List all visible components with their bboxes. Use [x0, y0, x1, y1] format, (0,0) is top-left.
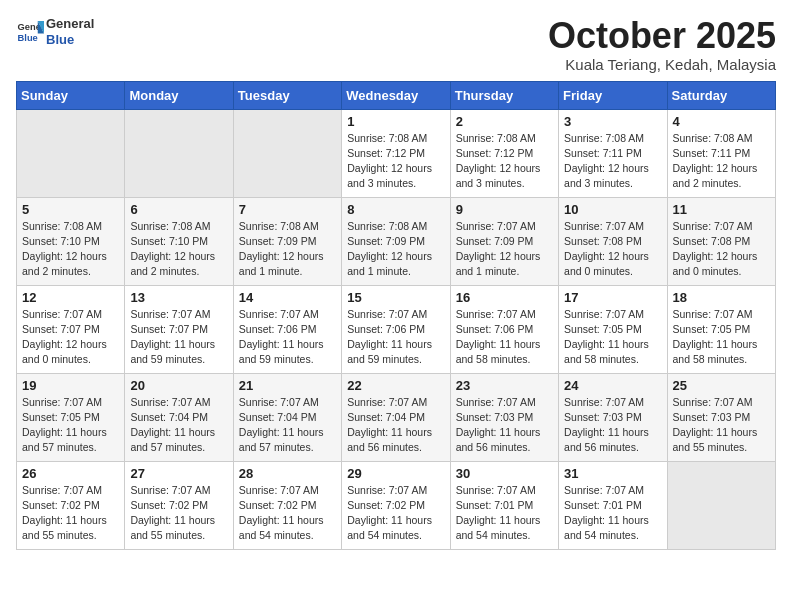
day-info: Sunrise: 7:07 AM Sunset: 7:02 PM Dayligh… — [130, 483, 227, 544]
day-info: Sunrise: 7:08 AM Sunset: 7:10 PM Dayligh… — [22, 219, 119, 280]
weekday-header-saturday: Saturday — [667, 81, 775, 109]
day-number: 14 — [239, 290, 336, 305]
calendar-cell: 15Sunrise: 7:07 AM Sunset: 7:06 PM Dayli… — [342, 285, 450, 373]
calendar-cell: 19Sunrise: 7:07 AM Sunset: 7:05 PM Dayli… — [17, 373, 125, 461]
day-info: Sunrise: 7:07 AM Sunset: 7:03 PM Dayligh… — [456, 395, 553, 456]
day-info: Sunrise: 7:08 AM Sunset: 7:11 PM Dayligh… — [673, 131, 770, 192]
day-info: Sunrise: 7:07 AM Sunset: 7:02 PM Dayligh… — [239, 483, 336, 544]
day-info: Sunrise: 7:07 AM Sunset: 7:04 PM Dayligh… — [130, 395, 227, 456]
calendar-cell: 4Sunrise: 7:08 AM Sunset: 7:11 PM Daylig… — [667, 109, 775, 197]
day-number: 23 — [456, 378, 553, 393]
day-info: Sunrise: 7:07 AM Sunset: 7:02 PM Dayligh… — [22, 483, 119, 544]
day-number: 4 — [673, 114, 770, 129]
calendar-cell: 20Sunrise: 7:07 AM Sunset: 7:04 PM Dayli… — [125, 373, 233, 461]
calendar-cell — [233, 109, 341, 197]
day-info: Sunrise: 7:07 AM Sunset: 7:06 PM Dayligh… — [456, 307, 553, 368]
day-number: 25 — [673, 378, 770, 393]
day-number: 28 — [239, 466, 336, 481]
day-info: Sunrise: 7:07 AM Sunset: 7:07 PM Dayligh… — [22, 307, 119, 368]
calendar-cell: 17Sunrise: 7:07 AM Sunset: 7:05 PM Dayli… — [559, 285, 667, 373]
month-title: October 2025 — [548, 16, 776, 56]
calendar-cell — [667, 461, 775, 549]
day-number: 11 — [673, 202, 770, 217]
calendar-table: SundayMondayTuesdayWednesdayThursdayFrid… — [16, 81, 776, 550]
page-header: General Blue General Blue October 2025 K… — [16, 16, 776, 73]
day-number: 16 — [456, 290, 553, 305]
week-row-5: 26Sunrise: 7:07 AM Sunset: 7:02 PM Dayli… — [17, 461, 776, 549]
day-number: 24 — [564, 378, 661, 393]
day-number: 26 — [22, 466, 119, 481]
day-info: Sunrise: 7:07 AM Sunset: 7:05 PM Dayligh… — [22, 395, 119, 456]
day-number: 10 — [564, 202, 661, 217]
day-info: Sunrise: 7:07 AM Sunset: 7:06 PM Dayligh… — [239, 307, 336, 368]
day-number: 30 — [456, 466, 553, 481]
weekday-header-thursday: Thursday — [450, 81, 558, 109]
calendar-cell: 16Sunrise: 7:07 AM Sunset: 7:06 PM Dayli… — [450, 285, 558, 373]
calendar-cell: 6Sunrise: 7:08 AM Sunset: 7:10 PM Daylig… — [125, 197, 233, 285]
day-number: 12 — [22, 290, 119, 305]
calendar-cell: 23Sunrise: 7:07 AM Sunset: 7:03 PM Dayli… — [450, 373, 558, 461]
calendar-cell: 11Sunrise: 7:07 AM Sunset: 7:08 PM Dayli… — [667, 197, 775, 285]
day-number: 5 — [22, 202, 119, 217]
day-info: Sunrise: 7:07 AM Sunset: 7:08 PM Dayligh… — [564, 219, 661, 280]
calendar-cell: 21Sunrise: 7:07 AM Sunset: 7:04 PM Dayli… — [233, 373, 341, 461]
day-number: 29 — [347, 466, 444, 481]
day-number: 3 — [564, 114, 661, 129]
day-number: 20 — [130, 378, 227, 393]
logo-icon: General Blue — [16, 18, 44, 46]
calendar-cell: 7Sunrise: 7:08 AM Sunset: 7:09 PM Daylig… — [233, 197, 341, 285]
weekday-header-wednesday: Wednesday — [342, 81, 450, 109]
day-number: 9 — [456, 202, 553, 217]
day-info: Sunrise: 7:08 AM Sunset: 7:09 PM Dayligh… — [239, 219, 336, 280]
day-info: Sunrise: 7:07 AM Sunset: 7:03 PM Dayligh… — [564, 395, 661, 456]
day-info: Sunrise: 7:07 AM Sunset: 7:04 PM Dayligh… — [239, 395, 336, 456]
week-row-3: 12Sunrise: 7:07 AM Sunset: 7:07 PM Dayli… — [17, 285, 776, 373]
day-number: 22 — [347, 378, 444, 393]
weekday-header-friday: Friday — [559, 81, 667, 109]
logo-blue-text: Blue — [46, 32, 74, 47]
calendar-cell: 27Sunrise: 7:07 AM Sunset: 7:02 PM Dayli… — [125, 461, 233, 549]
location-subtitle: Kuala Teriang, Kedah, Malaysia — [548, 56, 776, 73]
day-number: 31 — [564, 466, 661, 481]
calendar-cell: 18Sunrise: 7:07 AM Sunset: 7:05 PM Dayli… — [667, 285, 775, 373]
calendar-cell: 1Sunrise: 7:08 AM Sunset: 7:12 PM Daylig… — [342, 109, 450, 197]
calendar-cell: 30Sunrise: 7:07 AM Sunset: 7:01 PM Dayli… — [450, 461, 558, 549]
day-info: Sunrise: 7:07 AM Sunset: 7:01 PM Dayligh… — [564, 483, 661, 544]
day-number: 18 — [673, 290, 770, 305]
day-info: Sunrise: 7:08 AM Sunset: 7:12 PM Dayligh… — [456, 131, 553, 192]
day-info: Sunrise: 7:07 AM Sunset: 7:04 PM Dayligh… — [347, 395, 444, 456]
calendar-cell: 22Sunrise: 7:07 AM Sunset: 7:04 PM Dayli… — [342, 373, 450, 461]
day-info: Sunrise: 7:07 AM Sunset: 7:05 PM Dayligh… — [564, 307, 661, 368]
calendar-cell: 12Sunrise: 7:07 AM Sunset: 7:07 PM Dayli… — [17, 285, 125, 373]
day-number: 13 — [130, 290, 227, 305]
day-info: Sunrise: 7:07 AM Sunset: 7:08 PM Dayligh… — [673, 219, 770, 280]
calendar-cell: 13Sunrise: 7:07 AM Sunset: 7:07 PM Dayli… — [125, 285, 233, 373]
day-number: 6 — [130, 202, 227, 217]
day-info: Sunrise: 7:07 AM Sunset: 7:03 PM Dayligh… — [673, 395, 770, 456]
weekday-header-sunday: Sunday — [17, 81, 125, 109]
day-number: 21 — [239, 378, 336, 393]
weekday-header-row: SundayMondayTuesdayWednesdayThursdayFrid… — [17, 81, 776, 109]
day-number: 19 — [22, 378, 119, 393]
logo-general-text: General — [46, 16, 94, 31]
day-number: 7 — [239, 202, 336, 217]
day-info: Sunrise: 7:07 AM Sunset: 7:06 PM Dayligh… — [347, 307, 444, 368]
week-row-1: 1Sunrise: 7:08 AM Sunset: 7:12 PM Daylig… — [17, 109, 776, 197]
calendar-cell: 5Sunrise: 7:08 AM Sunset: 7:10 PM Daylig… — [17, 197, 125, 285]
calendar-cell: 2Sunrise: 7:08 AM Sunset: 7:12 PM Daylig… — [450, 109, 558, 197]
weekday-header-tuesday: Tuesday — [233, 81, 341, 109]
calendar-cell: 14Sunrise: 7:07 AM Sunset: 7:06 PM Dayli… — [233, 285, 341, 373]
calendar-cell: 26Sunrise: 7:07 AM Sunset: 7:02 PM Dayli… — [17, 461, 125, 549]
day-info: Sunrise: 7:07 AM Sunset: 7:07 PM Dayligh… — [130, 307, 227, 368]
day-number: 17 — [564, 290, 661, 305]
day-info: Sunrise: 7:08 AM Sunset: 7:09 PM Dayligh… — [347, 219, 444, 280]
calendar-cell: 31Sunrise: 7:07 AM Sunset: 7:01 PM Dayli… — [559, 461, 667, 549]
calendar-cell: 28Sunrise: 7:07 AM Sunset: 7:02 PM Dayli… — [233, 461, 341, 549]
day-info: Sunrise: 7:07 AM Sunset: 7:09 PM Dayligh… — [456, 219, 553, 280]
calendar-cell: 3Sunrise: 7:08 AM Sunset: 7:11 PM Daylig… — [559, 109, 667, 197]
calendar-cell — [125, 109, 233, 197]
day-number: 1 — [347, 114, 444, 129]
calendar-cell — [17, 109, 125, 197]
logo: General Blue General Blue — [16, 16, 94, 47]
day-info: Sunrise: 7:08 AM Sunset: 7:12 PM Dayligh… — [347, 131, 444, 192]
